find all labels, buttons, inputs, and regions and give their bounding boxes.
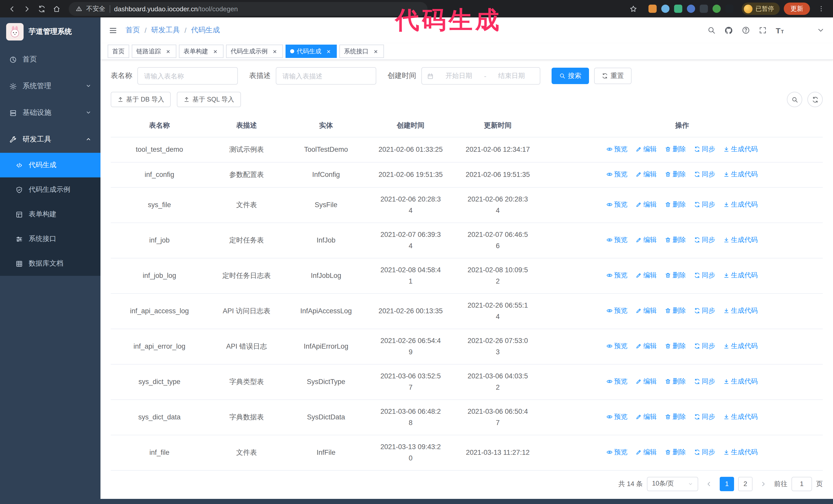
sidebar-item-infra[interactable]: 基础设施 (0, 99, 100, 126)
action-sync[interactable]: 同步 (694, 340, 715, 352)
close-icon[interactable]: × (372, 48, 379, 55)
close-icon[interactable]: × (271, 48, 278, 55)
action-trash[interactable]: 删除 (665, 446, 686, 458)
action-download[interactable]: 生成代码 (723, 340, 758, 352)
breadcrumb-home[interactable]: 首页 (125, 26, 140, 35)
action-edit[interactable]: 编辑 (636, 168, 657, 180)
avatar[interactable] (792, 23, 808, 38)
action-sync[interactable]: 同步 (694, 305, 715, 316)
action-trash[interactable]: 删除 (665, 143, 686, 154)
action-edit[interactable]: 编辑 (636, 234, 657, 245)
page-1-button[interactable]: 1 (720, 477, 734, 491)
extension-icon[interactable] (687, 5, 695, 13)
action-sync[interactable]: 同步 (694, 168, 715, 180)
extension-icon[interactable] (661, 5, 669, 13)
action-trash[interactable]: 删除 (665, 168, 686, 180)
action-eye[interactable]: 预览 (606, 269, 627, 281)
action-edit[interactable]: 编辑 (636, 305, 657, 316)
action-trash[interactable]: 删除 (665, 199, 686, 210)
sidebar-item-sliders[interactable]: 系统接口 (0, 226, 100, 251)
close-icon[interactable]: × (165, 48, 172, 55)
action-trash[interactable]: 删除 (665, 411, 686, 422)
back-icon[interactable] (5, 2, 19, 16)
action-edit[interactable]: 编辑 (636, 411, 657, 422)
goto-page-input[interactable] (791, 477, 812, 491)
breadcrumb-tools[interactable]: 研发工具 (151, 26, 180, 35)
update-button[interactable]: 更新 (784, 3, 810, 15)
app-logo[interactable]: 芋道管理系统 (0, 18, 100, 46)
action-trash[interactable]: 删除 (665, 340, 686, 352)
search-button[interactable]: 搜索 (552, 68, 589, 84)
action-eye[interactable]: 预览 (606, 168, 627, 180)
action-eye[interactable]: 预览 (606, 340, 627, 352)
import-db-button[interactable]: 基于 DB 导入 (111, 92, 171, 107)
action-eye[interactable]: 预览 (606, 143, 627, 154)
next-page-button[interactable] (757, 477, 770, 491)
tab-2[interactable]: 表单构建× (179, 45, 223, 58)
action-sync[interactable]: 同步 (694, 446, 715, 458)
action-edit[interactable]: 编辑 (636, 269, 657, 281)
action-sync[interactable]: 同步 (694, 376, 715, 387)
close-icon[interactable]: × (212, 48, 219, 55)
action-trash[interactable]: 删除 (665, 234, 686, 245)
action-edit[interactable]: 编辑 (636, 446, 657, 458)
action-trash[interactable]: 删除 (665, 376, 686, 387)
action-edit[interactable]: 编辑 (636, 199, 657, 210)
action-sync[interactable]: 同步 (694, 234, 715, 245)
action-download[interactable]: 生成代码 (723, 305, 758, 316)
extension-icon[interactable] (725, 5, 734, 13)
action-download[interactable]: 生成代码 (723, 376, 758, 387)
address-bar[interactable]: 不安全 dashboard.yudao.iocoder.cn/tool/code… (69, 2, 428, 16)
action-download[interactable]: 生成代码 (723, 199, 758, 210)
reset-button[interactable]: 重置 (594, 68, 632, 84)
tab-5[interactable]: 系统接口× (339, 45, 384, 58)
sidebar-item-dashboard[interactable]: 首页 (0, 46, 100, 73)
action-eye[interactable]: 预览 (606, 376, 627, 387)
action-eye[interactable]: 预览 (606, 305, 627, 316)
action-edit[interactable]: 编辑 (636, 340, 657, 352)
help-icon[interactable] (742, 26, 750, 34)
action-eye[interactable]: 预览 (606, 234, 627, 245)
github-icon[interactable] (724, 26, 733, 34)
page-2-button[interactable]: 2 (738, 477, 753, 491)
tab-1[interactable]: 链路追踪× (132, 45, 176, 58)
sidebar-item-gear[interactable]: 系统管理 (0, 73, 100, 99)
table-name-input[interactable] (137, 67, 238, 85)
action-eye[interactable]: 预览 (606, 411, 627, 422)
action-sync[interactable]: 同步 (694, 199, 715, 210)
action-download[interactable]: 生成代码 (723, 234, 758, 245)
kebab-menu-icon[interactable] (814, 2, 828, 16)
sidebar-item-grid[interactable]: 数据库文档 (0, 251, 100, 276)
sidebar-item-form[interactable]: 表单构建 (0, 202, 100, 226)
sidebar-item-shield[interactable]: 代码生成示例 (0, 177, 100, 202)
action-eye[interactable]: 预览 (606, 199, 627, 210)
sidebar-item-code[interactable]: 代码生成 (0, 153, 100, 177)
action-sync[interactable]: 同步 (694, 411, 715, 422)
close-icon[interactable]: × (325, 48, 332, 55)
date-range-picker[interactable]: 开始日期 - 结束日期 (421, 67, 540, 85)
action-edit[interactable]: 编辑 (636, 143, 657, 154)
action-sync[interactable]: 同步 (694, 143, 715, 154)
extension-icon[interactable] (713, 5, 721, 13)
sidebar-item-tool[interactable]: 研发工具 (0, 126, 100, 153)
fullscreen-icon[interactable] (759, 26, 767, 34)
action-download[interactable]: 生成代码 (723, 446, 758, 458)
tab-0[interactable]: 首页 (108, 45, 129, 58)
search-icon[interactable] (708, 26, 716, 34)
caret-down-icon[interactable] (816, 26, 825, 34)
action-download[interactable]: 生成代码 (723, 143, 758, 154)
profile-chip[interactable]: 已暂停 (742, 3, 780, 15)
refresh-button[interactable] (807, 92, 823, 107)
sidebar-collapse-icon[interactable] (109, 26, 117, 34)
action-eye[interactable]: 预览 (606, 446, 627, 458)
action-download[interactable]: 生成代码 (723, 168, 758, 180)
tab-3[interactable]: 代码生成示例× (226, 45, 283, 58)
import-sql-button[interactable]: 基于 SQL 导入 (177, 92, 241, 107)
reload-icon[interactable] (35, 2, 49, 16)
home-icon[interactable] (50, 2, 64, 16)
tab-4[interactable]: 代码生成× (286, 45, 337, 58)
extension-icon[interactable] (648, 5, 657, 13)
action-download[interactable]: 生成代码 (723, 269, 758, 281)
forward-icon[interactable] (20, 2, 34, 16)
action-download[interactable]: 生成代码 (723, 411, 758, 422)
